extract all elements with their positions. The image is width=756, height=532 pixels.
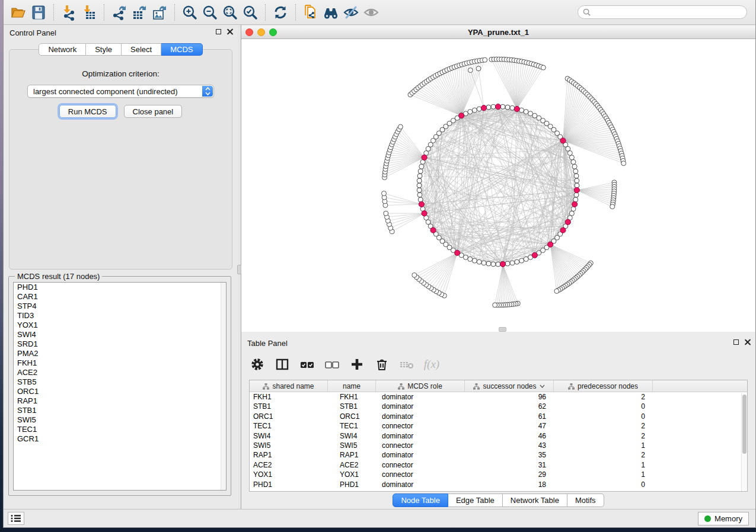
deselect-all-button[interactable] <box>324 357 340 372</box>
tab-network[interactable]: Network <box>39 43 86 56</box>
mcds-result-list[interactable]: PHD1CAR1STP4TID3YOX1SWI4SRD1PMA2FKH1ACE2… <box>13 282 227 491</box>
tab-edge-table[interactable]: Edge Table <box>448 493 503 507</box>
table-row[interactable]: SWI5SWI5connector431 <box>250 441 747 450</box>
mcds-result-item[interactable]: FKH1 <box>14 358 226 368</box>
zoom-out-button[interactable] <box>200 3 220 22</box>
optimization-criterion-value: largest connected component (undirected) <box>33 87 178 96</box>
column-header-shared-name[interactable]: shared name <box>250 380 328 392</box>
mcds-result-item[interactable]: SRD1 <box>14 339 226 349</box>
import-table-button[interactable] <box>79 3 99 22</box>
cell-successor_nodes: 61 <box>465 412 554 421</box>
new-network-from-selection-button[interactable] <box>301 3 321 22</box>
mcds-result-item[interactable]: PMA2 <box>14 349 226 358</box>
table-scrollbar[interactable] <box>741 393 747 491</box>
mcds-result-item[interactable]: PHD1 <box>14 283 226 292</box>
tab-node-table[interactable]: Node Table <box>393 493 448 507</box>
mcds-result-item[interactable]: CAR1 <box>14 292 226 302</box>
float-table-panel-icon[interactable] <box>733 339 739 345</box>
show-all-button[interactable] <box>361 3 381 22</box>
cell-shared_name: PHD1 <box>250 480 328 489</box>
table-row[interactable]: STB1STB1dominator620 <box>250 402 747 411</box>
memory-button[interactable]: Memory <box>698 512 749 525</box>
mcds-list-scrollbar[interactable] <box>221 283 226 490</box>
tab-mcds[interactable]: MCDS <box>161 43 202 56</box>
table-row[interactable]: FKH1FKH1dominator962 <box>250 392 747 402</box>
column-header-MCDS-role[interactable]: MCDS role <box>376 380 465 392</box>
network-view <box>241 39 755 332</box>
mcds-result-item[interactable]: RAP1 <box>14 396 226 406</box>
tab-style[interactable]: Style <box>86 43 122 56</box>
tab-motifs[interactable]: Motifs <box>567 493 604 507</box>
mcds-result-item[interactable]: ACE2 <box>14 368 226 377</box>
trash-icon <box>375 357 389 371</box>
table-row[interactable]: RAP1RAP1dominator352 <box>250 450 747 460</box>
export-table-button[interactable] <box>129 3 149 22</box>
table-scrollbar-thumb[interactable] <box>742 395 747 454</box>
cell-predecessor_nodes: 1 <box>554 441 653 450</box>
function-builder-button[interactable]: f(x) <box>424 357 439 372</box>
mcds-result-item[interactable]: TID3 <box>14 311 226 321</box>
cell-successor_nodes: 43 <box>465 441 554 450</box>
horizontal-splitter-handle[interactable] <box>499 327 506 332</box>
mcds-result-item[interactable]: SWI4 <box>14 330 226 339</box>
tab-network-table[interactable]: Network Table <box>503 493 567 507</box>
refresh-layout-button[interactable] <box>270 3 291 22</box>
run-mcds-button[interactable]: Run MCDS <box>59 105 116 118</box>
mcds-result-item[interactable]: YOX1 <box>14 321 226 330</box>
task-history-button[interactable] <box>8 512 24 525</box>
export-network-button[interactable] <box>109 3 129 22</box>
table-row[interactable]: TEC1TEC1connector472 <box>250 421 747 431</box>
search-input[interactable] <box>594 7 747 18</box>
delete-table-button[interactable] <box>399 357 414 372</box>
search-field[interactable] <box>578 5 747 19</box>
float-panel-icon[interactable] <box>216 29 221 34</box>
mcds-result-item[interactable]: STB5 <box>14 377 226 387</box>
hide-selected-button[interactable] <box>341 3 361 22</box>
tab-select[interactable]: Select <box>122 43 161 56</box>
split-columns-icon <box>275 357 289 371</box>
table-row[interactable]: PHD1PHD1dominator180 <box>250 480 747 489</box>
optimization-criterion-select[interactable]: largest connected component (undirected) <box>27 85 214 98</box>
gear-icon <box>250 357 264 371</box>
split-columns-button[interactable] <box>275 357 290 372</box>
dropdown-stepper-icon <box>202 86 213 97</box>
zoom-in-icon <box>181 4 198 21</box>
mcds-result-item[interactable]: GCR1 <box>14 434 226 444</box>
column-header-predecessor-nodes[interactable]: predecessor nodes <box>554 380 653 392</box>
close-table-panel-icon[interactable] <box>744 339 751 345</box>
save-session-button[interactable] <box>28 3 49 22</box>
add-column-button[interactable] <box>349 357 365 372</box>
table-row[interactable]: ACE2ACE2connector311 <box>250 460 747 470</box>
zoom-in-button[interactable] <box>180 3 200 22</box>
cell-predecessor_nodes: 2 <box>554 392 653 402</box>
mcds-result-item[interactable]: STP4 <box>14 302 226 311</box>
table-row[interactable]: ORC1ORC1dominator610 <box>250 412 747 421</box>
toolbar-separator <box>174 4 175 21</box>
select-all-button[interactable] <box>299 357 315 372</box>
close-panel-button[interactable]: Close panel <box>124 105 183 118</box>
import-network-button[interactable] <box>59 3 79 22</box>
table-row[interactable]: SWI4SWI4dominator462 <box>250 431 747 441</box>
open-session-button[interactable] <box>8 3 28 22</box>
gear-button[interactable] <box>250 357 265 372</box>
mcds-result-item[interactable]: SWI5 <box>14 415 226 425</box>
close-panel-icon[interactable] <box>227 28 233 35</box>
network-canvas[interactable] <box>241 39 756 332</box>
column-header-successor-nodes[interactable]: successor nodes <box>465 380 554 392</box>
find-button[interactable] <box>321 3 341 22</box>
cell-name: SWI5 <box>328 441 376 450</box>
splitter-handle[interactable] <box>237 265 241 274</box>
delete-column-button[interactable] <box>374 357 390 372</box>
mcds-result-item[interactable]: ORC1 <box>14 387 226 396</box>
zoom-selected-button[interactable] <box>240 3 260 22</box>
zoom-fit-button[interactable] <box>220 3 240 22</box>
table-row[interactable]: YOX1YOX1connector291 <box>250 470 747 479</box>
cytoscape-window: Control Panel NetworkStyleSelectMCDS Opt… <box>3 0 756 528</box>
eye-icon <box>362 5 380 20</box>
export-image-button[interactable] <box>149 3 170 22</box>
cell-predecessor_nodes: 1 <box>554 470 653 479</box>
column-header-name[interactable]: name <box>328 380 376 392</box>
mcds-result-item[interactable]: TEC1 <box>14 425 226 434</box>
cell-shared_name: STB1 <box>250 402 328 411</box>
mcds-result-item[interactable]: STB1 <box>14 406 226 415</box>
